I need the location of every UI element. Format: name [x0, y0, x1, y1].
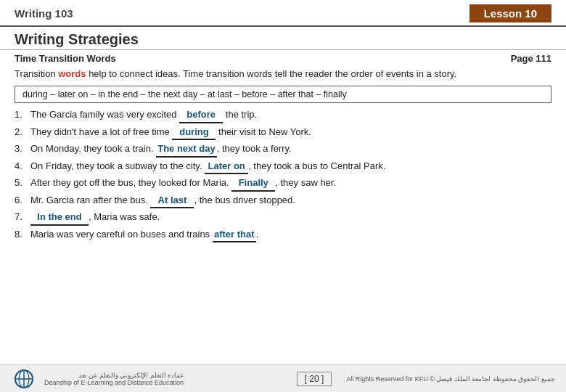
item-text: The Garcia family was very excited befor…	[30, 107, 551, 123]
answer-5: Finally	[231, 176, 275, 192]
footer-text-block: عمادة التعلم الإلكتروني والتعلم عن بعد D…	[44, 372, 184, 386]
header-lesson: Lesson 10	[469, 4, 551, 23]
answer-1: before	[179, 107, 223, 123]
answer-7: In the end	[30, 210, 89, 226]
footer-logo	[11, 369, 37, 389]
item-text: In the end, Maria was safe.	[30, 210, 551, 226]
footer-english: Deanship of E-Learning and Distance Educ…	[44, 379, 184, 386]
header: Writing 103 Lesson 10	[0, 0, 566, 27]
list-item: 2. They didn't have a lot of free time d…	[15, 125, 551, 141]
item-num: 2.	[15, 125, 30, 139]
item-text: After they got off the bus, they looked …	[30, 176, 551, 192]
item-num: 1.	[15, 107, 30, 122]
subtitle-row: Time Transition Words Page 111	[0, 50, 566, 65]
header-title: Writing 103	[15, 7, 73, 20]
list-item: 5. After they got off the bus, they look…	[15, 176, 551, 192]
item-num: 8.	[15, 227, 30, 242]
answer-8: after that	[213, 227, 256, 243]
subtitle-left: Time Transition Words	[15, 53, 116, 64]
list-item: 4. On Friday, they took a subway to the …	[15, 159, 551, 175]
item-text: On Monday, they took a train. The next d…	[30, 142, 551, 158]
answer-3: The next day	[156, 142, 216, 158]
description-rest: help to connect ideas. Time transition w…	[86, 68, 457, 79]
list-item: 3. On Monday, they took a train. The nex…	[15, 142, 551, 158]
page-title-section: Writing Strategies	[0, 27, 566, 50]
item-num: 5.	[15, 176, 30, 190]
item-text: They didn't have a lot of free time duri…	[30, 125, 551, 141]
description-intro: Transition	[15, 68, 58, 79]
item-num: 4.	[15, 159, 30, 173]
description: Transition words help to connect ideas. …	[0, 65, 566, 83]
item-num: 7.	[15, 210, 30, 224]
answer-4: Later on	[205, 159, 248, 175]
list-item: 8. Maria was very careful on buses and t…	[15, 227, 551, 243]
item-num: 6.	[15, 193, 30, 208]
item-text: On Friday, they took a subway to the cit…	[30, 159, 551, 175]
page-wrapper: Writing 103 Lesson 10 Writing Strategies…	[0, 0, 566, 392]
footer-rights: All Rights Reserved for KFU © جميع الحقو…	[346, 375, 555, 383]
item-num: 3.	[15, 142, 30, 156]
list-item: 1. The Garcia family was very excited be…	[15, 107, 551, 123]
answer-2: during	[172, 125, 216, 141]
footer-arabic: عمادة التعلم الإلكتروني والتعلم عن بعد	[44, 372, 184, 379]
list-item: 6. Mr. Garcia ran after the bus. At last…	[15, 193, 551, 209]
item-text: Mr. Garcia ran after the bus. At last, t…	[30, 193, 551, 209]
page-title: Writing Strategies	[15, 31, 139, 47]
item-text: Maria was very careful on buses and trai…	[30, 227, 551, 243]
footer: عمادة التعلم الإلكتروني والتعلم عن بعد D…	[0, 364, 566, 392]
answer-6: At last	[150, 193, 194, 209]
exercise-list: 1. The Garcia family was very excited be…	[0, 106, 566, 242]
list-item: 7. In the end, Maria was safe.	[15, 210, 551, 226]
word-box: during – later on – in the end – the nex…	[15, 86, 551, 103]
description-highlight: words	[58, 68, 86, 79]
subtitle-right: Page 111	[511, 53, 551, 64]
footer-page-num: [ 20 ]	[297, 372, 332, 386]
